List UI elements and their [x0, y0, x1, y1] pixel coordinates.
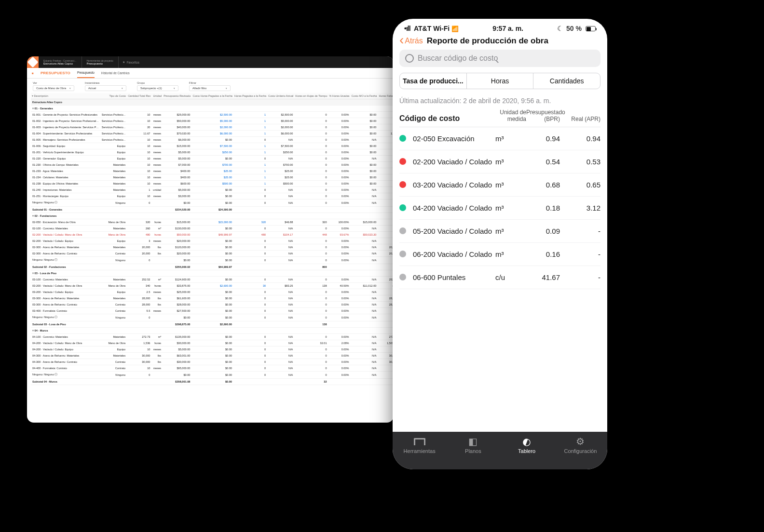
cost-code-row[interactable]: 04-200 Vaciado / Coladom³0.183.12: [399, 197, 600, 220]
back-button[interactable]: Atrás: [399, 37, 423, 45]
search-input[interactable]: Buscar código de costo: [399, 50, 600, 67]
col-header[interactable]: Presupuesto Revisado: [163, 93, 191, 99]
table-row[interactable]: 04-200 · Vaciado / Colado: Mano de ObraM…: [31, 340, 394, 346]
budget-table-wrap: DescripciónTipo de CostoCantidad Total R…: [27, 93, 394, 391]
table-row[interactable]: 01-002 · Ingeniero de Proyecto: Servicio…: [31, 118, 394, 124]
segment-rate[interactable]: Tasa de producci...: [400, 73, 466, 89]
status-dot-icon: [399, 135, 406, 142]
col-header[interactable]: Unidad: [151, 93, 163, 99]
table-row[interactable]: 04-300 · Acero de Refuerzo: ContratoCont…: [31, 359, 394, 365]
table-row[interactable]: 04-100 · Concreto: MaterialesMateriales2…: [31, 334, 394, 340]
cost-code-row[interactable]: 03-200 Vaciado / Coladom³0.680.65: [399, 173, 600, 197]
filter-instant[interactable]: Actual: [85, 85, 126, 91]
table-row[interactable]: 01-240 · Impresiones: MaterialesMaterial…: [31, 187, 394, 193]
subtotal-row[interactable]: Subtotal 03 - Losa de Piso$298,875.00$2,…: [31, 321, 394, 328]
search-placeholder: Buscar código de costo: [418, 54, 498, 63]
table-row[interactable]: 01-201 · Vehículo Superintendente: Equip…: [31, 149, 394, 156]
gear-icon: [574, 437, 587, 446]
last-updated-text: Última actualización: 2 de abril de 2020…: [399, 97, 600, 105]
subtotal-row[interactable]: Subtotal 01 - Generales$234,520.00$24,50…: [31, 207, 394, 213]
apr-value: 0.65: [560, 181, 600, 189]
mobile-table: Código de costo Unidad de medida Presupu…: [399, 109, 600, 289]
tab-dashboard[interactable]: Tablero: [500, 437, 554, 454]
table-row[interactable]: 01-005 · Mensajero: Servicios Profesiona…: [31, 137, 394, 143]
table-row[interactable]: 03-200 · Vaciado / Colado: Mano de ObraM…: [31, 283, 394, 289]
table-row[interactable]: 01-238 · Equipo de Oficina: MaterialesMa…: [31, 181, 394, 187]
table-row[interactable]: 01-220 · Generador: EquipoEquipo10meses$…: [31, 156, 394, 162]
segment-quantities[interactable]: Cantidades: [533, 73, 600, 89]
table-row[interactable]: 03-200 · Vaciado / Colado: EquipoEquipo2…: [31, 289, 394, 295]
table-row[interactable]: 03-300 · Acero de Refuerzo: ContratoCont…: [31, 302, 394, 308]
tab-historial[interactable]: Historial de Cambios: [101, 68, 130, 78]
tab-settings[interactable]: Configuración: [554, 437, 607, 454]
filter-ver[interactable]: Costo de Mano de Obra: [33, 85, 74, 91]
col-header[interactable]: Costo MO a la Fecha: [351, 93, 378, 99]
section-row[interactable]: Estructura Atlas Copco: [31, 99, 394, 106]
subtotal-row[interactable]: Subtotal 04 - Muros$358,001.08$0.0032: [31, 379, 394, 385]
col-header[interactable]: Tipo de Costo: [100, 93, 127, 99]
table-row[interactable]: 02-050 · Excavación: Mano de ObraMano de…: [31, 219, 394, 226]
col-header[interactable]: Costo Horas Pagadas a la Fecha: [191, 93, 233, 99]
table-row[interactable]: 02-100 · Concreto: MaterialesMateriales2…: [31, 226, 394, 232]
tools-icon: [413, 437, 426, 446]
col-header[interactable]: % Horas Usadas: [328, 93, 351, 99]
table-row[interactable]: 01-006 · Seguridad: EquipoEquipo10meses$…: [31, 143, 394, 149]
group-row[interactable]: 04 - Muros: [31, 328, 394, 334]
group-row[interactable]: 02 - Fundaciones: [31, 213, 394, 219]
table-row[interactable]: 03-300 · Acero de Refuerzo: MaterialesMa…: [31, 295, 394, 302]
filter-filtro[interactable]: Añadir filtro: [189, 85, 231, 91]
cost-code-row[interactable]: 02-200 Vaciado / Coladom³0.540.53: [399, 150, 600, 173]
col-header[interactable]: Costo Unitario Actual: [267, 93, 294, 99]
table-row[interactable]: 01-001 · Gerente de Proyecto: Servicios …: [31, 112, 394, 118]
col-header[interactable]: Horas en Hojas de Tiempo: [294, 93, 328, 99]
cost-code-row[interactable]: 02-050 Excavaciónm³0.940.94: [399, 127, 600, 150]
tab-presupuesto[interactable]: Presupuesto: [77, 68, 95, 78]
header-bpr: Presupuestado (BPR): [526, 109, 560, 123]
table-row[interactable]: 01-251 · Montacargas: EquipoEquipo10mese…: [31, 193, 394, 200]
table-row[interactable]: 04-200 · Vaciado / Colado: EquipoEquipo1…: [31, 346, 394, 353]
col-header[interactable]: Horas Faltantes: [378, 93, 394, 99]
table-row[interactable]: 03-400 · Formaleta: ContratoContrato5.5m…: [31, 308, 394, 314]
cost-code-row[interactable]: 06-200 Vaciado / Coladom³0.16-: [399, 243, 600, 266]
table-row[interactable]: Ninguno: Ninguno ⓘNinguno0$0.00$0.000N/A…: [31, 257, 394, 264]
table-row[interactable]: 01-004 · Superintendente: Servicios Prof…: [31, 131, 394, 137]
breadcrumb-tool[interactable]: Herramientas de proyecto Presupuesto: [82, 56, 119, 68]
col-header[interactable]: Horas Pagadas a la Fecha: [233, 93, 267, 99]
status-dot-icon: [399, 158, 406, 165]
group-row[interactable]: 03 - Losa de Piso: [31, 270, 394, 277]
bpr-value: 0.54: [526, 158, 560, 166]
table-row[interactable]: 02-200 · Vaciado / Colado: EquipoEquipo3…: [31, 238, 394, 244]
favorites-button[interactable]: Favoritos: [119, 56, 143, 68]
table-row[interactable]: 03-100 · Concreto: MaterialesMateriales2…: [31, 277, 394, 283]
unit-value: m³: [495, 204, 526, 212]
table-row[interactable]: 01-234 · Celulares: MaterialesMateriales…: [31, 174, 394, 181]
favorites-label: Favoritos: [127, 61, 139, 64]
desktop-topbar: Eduardo Frankes - Construcci… Estructura…: [27, 56, 394, 68]
filters-bar: Ver Costo de Mano de Obra Instantánea Ac…: [27, 79, 394, 93]
group-row[interactable]: 01 - Generales: [31, 106, 394, 112]
table-row[interactable]: 02-200 · Vaciado / Colado: Mano de ObraM…: [31, 232, 394, 238]
filter-grupo[interactable]: Subproyecto +(1): [137, 85, 178, 91]
table-row[interactable]: 02-300 · Acero de Refuerzo: MaterialesMa…: [31, 244, 394, 251]
segment-hours[interactable]: Horas: [466, 73, 533, 89]
col-header[interactable]: Descripción: [31, 93, 100, 99]
tab-plans[interactable]: Planos: [446, 437, 500, 454]
subtotal-row[interactable]: Subtotal 02 - Fundaciones$355,000.02$64,…: [31, 264, 394, 270]
table-row[interactable]: 01-233 · Agua: MaterialesMateriales10mes…: [31, 168, 394, 174]
table-row[interactable]: 04-300 · Acero de Refuerzo: MaterialesMa…: [31, 353, 394, 359]
cost-code-row[interactable]: 06-600 Puntalesc/u41.67-: [399, 266, 600, 289]
table-row[interactable]: 01-003 · Ingeniero de Proyecto Asistente…: [31, 124, 394, 131]
ios-tabbar: Herramientas Planos Tablero Configuració…: [393, 432, 607, 469]
table-row[interactable]: Ninguno: Ninguno ⓘNinguno0$0.00$0.000N/A…: [31, 372, 394, 379]
table-row[interactable]: 04-400 · Formaleta: ContratoContrato10me…: [31, 365, 394, 372]
table-row[interactable]: Ninguno: Ninguno ⓘNinguno0$0.00$0.000N/A…: [31, 314, 394, 321]
col-header[interactable]: Cantidad Total Rev: [127, 93, 151, 99]
table-row[interactable]: Ninguno: Ninguno ⓘNinguno0$0.00$0.000N/A…: [31, 200, 394, 207]
table-row[interactable]: 01-230 · Oficina de Campo: MaterialesMat…: [31, 162, 394, 168]
tab-tools[interactable]: Herramientas: [393, 437, 446, 454]
cost-code-row[interactable]: 05-200 Vaciado / Coladom³0.09-: [399, 220, 600, 243]
breadcrumb-project[interactable]: Eduardo Frankes - Construcci… Estructura…: [39, 56, 82, 68]
unit-value: m³: [495, 158, 526, 166]
app-logo[interactable]: [27, 56, 39, 68]
table-row[interactable]: 02-300 · Acero de Refuerzo: ContratoCont…: [31, 251, 394, 257]
